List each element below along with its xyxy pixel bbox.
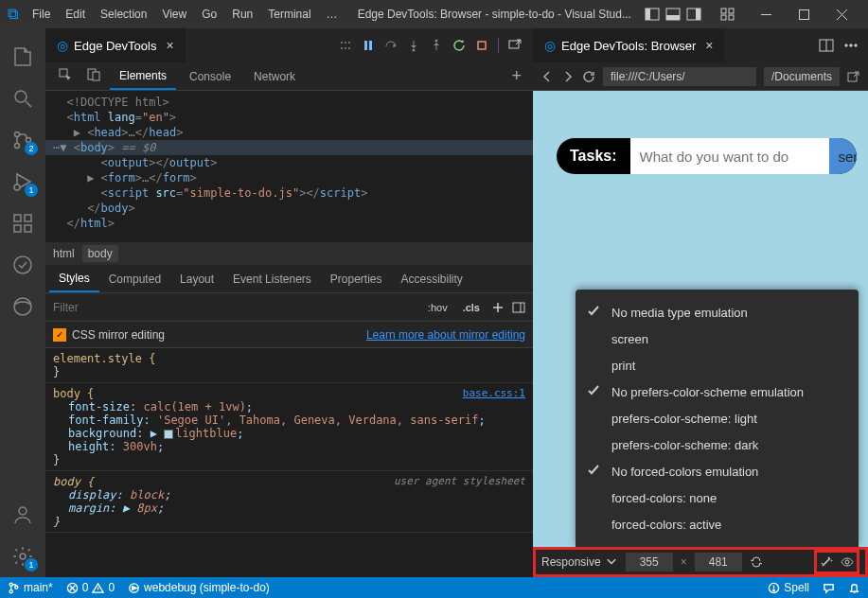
crumb-body[interactable]: body: [82, 245, 118, 262]
panel-right-icon[interactable]: [686, 7, 701, 22]
vision-icon[interactable]: [841, 555, 854, 569]
step-over-icon[interactable]: [384, 39, 398, 52]
branch-status[interactable]: main*: [8, 581, 53, 594]
tab-layout[interactable]: Layout: [170, 267, 223, 291]
hov-toggle[interactable]: :hov: [424, 300, 452, 315]
width-input[interactable]: 355: [626, 553, 673, 572]
emulation-option[interactable]: No media type emulation: [587, 299, 847, 325]
back-icon[interactable]: [540, 70, 554, 83]
tab-styles[interactable]: Styles: [49, 266, 99, 292]
dom-tree[interactable]: <!DOCTYPE html> <html lang="en"> ▶ <head…: [45, 91, 533, 242]
run-debug-icon[interactable]: 1: [0, 161, 45, 202]
panel-left-icon[interactable]: [645, 7, 660, 22]
tab-event-listeners[interactable]: Event Listeners: [223, 267, 321, 291]
panel-bottom-icon[interactable]: [665, 7, 681, 22]
settings-icon[interactable]: 1: [0, 536, 45, 577]
styles-pane[interactable]: element.style { } base.css:1 body { font…: [45, 348, 533, 577]
crumb-html[interactable]: html: [53, 247, 75, 260]
tasks-input[interactable]: [630, 138, 829, 174]
emulation-option[interactable]: No forced-colors emulation: [587, 458, 847, 484]
tab-elements[interactable]: Elements: [110, 63, 176, 90]
maximize-button[interactable]: [785, 0, 823, 28]
tab-properties[interactable]: Properties: [321, 267, 392, 291]
emulation-menu[interactable]: No media type emulationscreenprintNo pre…: [576, 290, 859, 547]
more-icon[interactable]: [843, 38, 859, 53]
mirror-checkbox[interactable]: ✓: [53, 328, 66, 342]
split-editor-icon[interactable]: [819, 38, 834, 53]
menu-view[interactable]: View: [155, 4, 193, 25]
pause-icon[interactable]: [362, 39, 375, 52]
menu-run[interactable]: Run: [225, 4, 259, 25]
problems-status[interactable]: 0 0: [66, 581, 115, 594]
reload-icon[interactable]: [582, 70, 595, 83]
bell-status[interactable]: [848, 582, 860, 594]
check-icon: [587, 437, 602, 452]
test-icon[interactable]: [0, 244, 45, 286]
menu-file[interactable]: File: [26, 4, 57, 25]
color-swatch[interactable]: [164, 430, 173, 439]
tab-computed[interactable]: Computed: [99, 267, 170, 291]
send-button[interactable]: send: [829, 138, 857, 174]
edge-tools-icon[interactable]: [0, 286, 45, 327]
url-bar: file:///C:/Users/ /Documents: [533, 62, 868, 91]
magic-wand-icon[interactable]: [820, 555, 833, 569]
menu-terminal[interactable]: Terminal: [261, 4, 317, 25]
debug-target-status[interactable]: webdebug (simple-to-do): [128, 581, 270, 594]
svg-point-37: [413, 49, 416, 52]
feedback-status[interactable]: [823, 582, 835, 594]
close-button[interactable]: [823, 0, 860, 28]
emulation-option[interactable]: screen: [587, 325, 847, 352]
step-into-icon[interactable]: [407, 39, 420, 52]
emulation-option[interactable]: forced-colors: none: [587, 484, 847, 511]
emulation-option[interactable]: prefers-color-scheme: dark: [587, 431, 847, 458]
emulation-option[interactable]: print: [587, 352, 847, 378]
edge-icon: ◎: [544, 38, 556, 53]
debug-badge: 1: [25, 184, 38, 197]
rotate-icon[interactable]: [750, 555, 763, 569]
open-external-icon[interactable]: [847, 70, 860, 83]
filter-input[interactable]: [53, 301, 416, 314]
tab-accessibility[interactable]: Accessibility: [392, 267, 472, 291]
inspect-icon[interactable]: [53, 62, 78, 90]
emulation-option[interactable]: No prefers-color-scheme emulation: [587, 378, 847, 405]
url-input[interactable]: file:///C:/Users/: [603, 67, 756, 86]
close-icon[interactable]: ×: [701, 38, 713, 53]
emulation-option[interactable]: prefers-color-scheme: light: [587, 405, 847, 431]
tab-console[interactable]: Console: [180, 64, 240, 89]
open-browser-icon[interactable]: [508, 39, 522, 52]
menu-edit[interactable]: Edit: [59, 4, 92, 25]
cls-toggle[interactable]: .cls: [459, 300, 484, 315]
menu-overflow[interactable]: …: [320, 4, 345, 25]
svg-point-24: [14, 256, 31, 273]
menu-go[interactable]: Go: [195, 4, 223, 25]
menu-selection[interactable]: Selection: [94, 4, 153, 25]
explorer-icon[interactable]: [0, 36, 45, 78]
step-out-icon[interactable]: [430, 39, 443, 52]
accounts-icon[interactable]: [0, 494, 45, 536]
browser-tab[interactable]: ◎ Edge DevTools: Browser ×: [533, 28, 725, 62]
source-control-icon[interactable]: 2: [0, 119, 45, 161]
emulation-option[interactable]: forced-colors: active: [587, 511, 847, 537]
restart-icon[interactable]: [452, 39, 466, 52]
tab-network[interactable]: Network: [244, 64, 305, 89]
svg-point-52: [850, 44, 852, 46]
mirror-learn-more-link[interactable]: Learn more about mirror editing: [366, 328, 525, 342]
device-icon[interactable]: [81, 62, 106, 90]
add-tab-icon[interactable]: +: [511, 66, 522, 86]
search-icon[interactable]: [0, 78, 45, 119]
toggle-sidebar-icon[interactable]: [512, 301, 525, 314]
minimize-button[interactable]: [747, 0, 785, 28]
forward-icon[interactable]: [561, 70, 575, 83]
responsive-dropdown[interactable]: Responsive: [541, 555, 618, 569]
new-rule-icon[interactable]: [491, 301, 505, 314]
emulation-option-label: No forced-colors emulation: [611, 465, 758, 479]
height-input[interactable]: 481: [695, 553, 742, 572]
source-link[interactable]: base.css:1: [463, 387, 525, 399]
stop-icon[interactable]: [475, 39, 488, 52]
customize-layout-icon[interactable]: [720, 7, 735, 22]
editor-tab-devtools[interactable]: ◎ Edge DevTools ×: [45, 28, 186, 62]
extensions-icon[interactable]: [0, 202, 45, 244]
grip-icon[interactable]: [339, 39, 352, 52]
spell-status[interactable]: Spell: [768, 581, 809, 594]
close-icon[interactable]: ×: [162, 38, 173, 53]
